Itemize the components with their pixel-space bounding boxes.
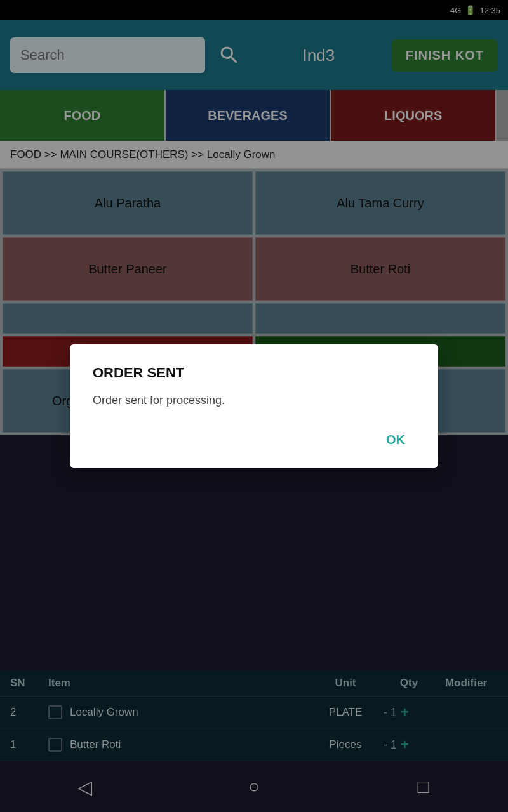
- modal-ok-button[interactable]: OK: [376, 428, 415, 452]
- modal-body: Order sent for processing.: [93, 394, 415, 407]
- order-sent-dialog: ORDER SENT Order sent for processing. OK: [70, 344, 438, 468]
- modal-actions: OK: [93, 428, 415, 452]
- modal-title: ORDER SENT: [93, 365, 415, 381]
- modal-overlay: ORDER SENT Order sent for processing. OK: [0, 0, 508, 812]
